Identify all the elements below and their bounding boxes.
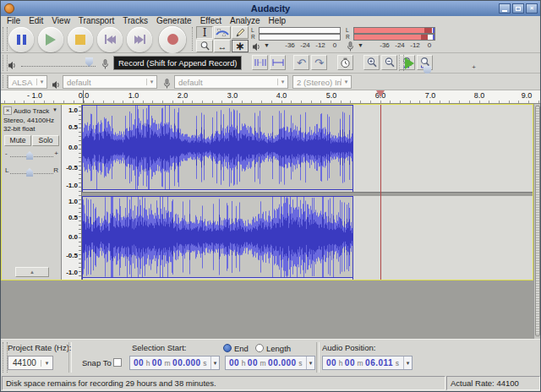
- timeshift-tool-button[interactable]: ↔: [214, 40, 231, 52]
- menu-view[interactable]: View: [52, 16, 70, 25]
- output-device-select[interactable]: default▾: [63, 75, 157, 89]
- audio-clip-right-channel[interactable]: [82, 196, 353, 280]
- track-area[interactable]: × Audio Track ▼ Stereo, 44100Hz 32-bit f…: [1, 104, 540, 339]
- meter-scale-label: 0: [333, 41, 336, 49]
- playback-meter[interactable]: L R ▼ -36 -24 -12 0: [251, 27, 342, 52]
- ruler-label: - 1.0: [27, 91, 42, 100]
- recording-meter-bar-right: [353, 34, 435, 41]
- silence-audio-button[interactable]: [270, 55, 286, 70]
- mute-button[interactable]: Mute: [4, 135, 31, 146]
- toolbar-grip[interactable]: [3, 27, 8, 51]
- vertical-scrollbar[interactable]: [533, 104, 541, 339]
- length-radio[interactable]: [255, 344, 264, 352]
- dropdown-arrow-icon[interactable]: ▾: [403, 357, 412, 369]
- trim-audio-button[interactable]: [252, 55, 268, 70]
- end-radio[interactable]: [223, 344, 232, 352]
- track-name[interactable]: Audio Track: [14, 107, 49, 115]
- track-format-info: Stereo, 44100Hz: [3, 117, 54, 124]
- stop-button[interactable]: [68, 27, 93, 52]
- draw-tool-button[interactable]: [232, 26, 249, 39]
- recording-meter[interactable]: L R ▼ -36 -24 -12 0: [346, 27, 437, 52]
- maximize-button[interactable]: [512, 3, 524, 14]
- meter-scale-label: -12: [410, 41, 420, 49]
- play-at-speed-button[interactable]: [405, 57, 414, 69]
- redo-icon: ↷: [314, 57, 324, 69]
- ruler-label: 7.0: [425, 91, 436, 100]
- timeshift-icon: ↔: [218, 41, 227, 52]
- title-bar[interactable]: Audacity ×: [1, 1, 540, 17]
- vruler-label: -0.5: [66, 252, 78, 259]
- minimize-button[interactable]: [499, 3, 511, 14]
- menu-edit[interactable]: Edit: [29, 16, 43, 25]
- meter-left-label: L: [346, 27, 349, 34]
- selection-start-field[interactable]: 00h 00m 00.000s ▾: [129, 356, 220, 370]
- dropdown-arrow-icon[interactable]: ▾: [210, 357, 219, 369]
- dropdown-arrow-icon[interactable]: ▾: [306, 357, 314, 369]
- meter-scale-label: -36: [380, 41, 390, 49]
- slider-thumb[interactable]: [85, 57, 93, 67]
- recording-meter-bar-left: [353, 27, 435, 34]
- pause-button[interactable]: [8, 27, 34, 52]
- input-channels-select[interactable]: 2 (Stereo) In▾: [292, 75, 352, 89]
- menu-file[interactable]: File: [7, 16, 20, 25]
- output-volume-slider[interactable]: [21, 58, 96, 67]
- project-rate-select[interactable]: 44100 ▾: [8, 356, 53, 370]
- audio-host-select[interactable]: ALSA▾: [8, 75, 47, 89]
- timeline-ruler[interactable]: - 1.0 0.0 1.0 2.0 3.0 4.0 5.0 6.0 7.0 8.…: [1, 90, 540, 104]
- meter-dropdown-icon[interactable]: ▼: [358, 42, 363, 48]
- menu-analyze[interactable]: Analyze: [230, 16, 260, 25]
- zoom-out-button[interactable]: [381, 55, 397, 70]
- scrollbar-thumb[interactable]: [535, 106, 540, 336]
- audio-track[interactable]: × Audio Track ▼ Stereo, 44100Hz 32-bit f…: [1, 104, 533, 280]
- track-close-button[interactable]: ×: [3, 106, 12, 115]
- undo-button[interactable]: ↶: [293, 55, 309, 70]
- gain-slider[interactable]: - +: [4, 149, 59, 161]
- zoom-in-button[interactable]: [363, 55, 380, 70]
- audio-clip-left-channel[interactable]: [82, 105, 353, 192]
- record-button[interactable]: [159, 26, 186, 53]
- ruler-label: 9.0: [522, 91, 533, 100]
- status-bar: Disk space remains for recording 29 hour…: [1, 375, 540, 392]
- speed-plus-label: +: [472, 63, 476, 71]
- playhead-marker[interactable]: [376, 90, 385, 97]
- menu-help[interactable]: Help: [269, 16, 287, 25]
- end-radio-label[interactable]: End: [234, 344, 249, 353]
- selection-end-field[interactable]: 00h 00m 00.000s ▾: [225, 356, 315, 370]
- multi-tool-button[interactable]: ∗: [232, 40, 249, 52]
- menu-generate[interactable]: Generate: [156, 16, 192, 25]
- track-menu-icon[interactable]: ▼: [52, 107, 57, 112]
- vruler-label: 0.5: [68, 123, 78, 131]
- forward-button[interactable]: [127, 27, 152, 52]
- maximize-icon: [516, 7, 521, 11]
- zoom-tool-button[interactable]: [196, 40, 213, 52]
- snap-to-checkbox[interactable]: [113, 358, 122, 367]
- menu-tracks[interactable]: Tracks: [123, 16, 148, 25]
- redo-button[interactable]: ↷: [311, 55, 327, 70]
- vertical-ruler[interactable]: 1.0 0.5 0.0 -0.5 -1.0 1.0 0.5 0.0 -0.5 -…: [62, 105, 82, 280]
- meter-dropdown-icon[interactable]: ▼: [264, 42, 270, 48]
- length-radio-label[interactable]: Length: [266, 344, 291, 353]
- toolbar-grip[interactable]: [399, 55, 404, 71]
- play-button[interactable]: [38, 27, 63, 52]
- close-button[interactable]: ×: [526, 3, 538, 14]
- menu-transport[interactable]: Transport: [79, 16, 114, 25]
- pan-slider[interactable]: L R: [4, 166, 59, 177]
- dropdown-arrow-icon: ▾: [341, 79, 351, 85]
- solo-button[interactable]: Solo: [32, 135, 59, 146]
- rewind-button[interactable]: [97, 27, 123, 52]
- selection-tool-button[interactable]: I: [196, 26, 213, 39]
- dropdown-arrow-icon: ▾: [36, 79, 46, 85]
- sync-lock-button[interactable]: [337, 55, 353, 70]
- track-control-panel[interactable]: × Audio Track ▼ Stereo, 44100Hz 32-bit f…: [2, 105, 62, 280]
- gain-minus-label: -: [5, 150, 8, 157]
- envelope-tool-button[interactable]: [214, 26, 231, 39]
- audio-position-field[interactable]: 00h 00m 06.011s ▾: [322, 356, 413, 370]
- track-collapse-button[interactable]: ▲: [15, 267, 49, 277]
- vruler-label: 0.5: [68, 214, 78, 221]
- menu-effect[interactable]: Effect: [200, 16, 221, 25]
- waveform-area[interactable]: [82, 105, 533, 280]
- ruler-label: 5.0: [326, 91, 337, 100]
- stop-icon: [75, 35, 85, 45]
- vruler-label: -1.0: [66, 269, 78, 276]
- input-device-select[interactable]: default▾: [174, 75, 288, 89]
